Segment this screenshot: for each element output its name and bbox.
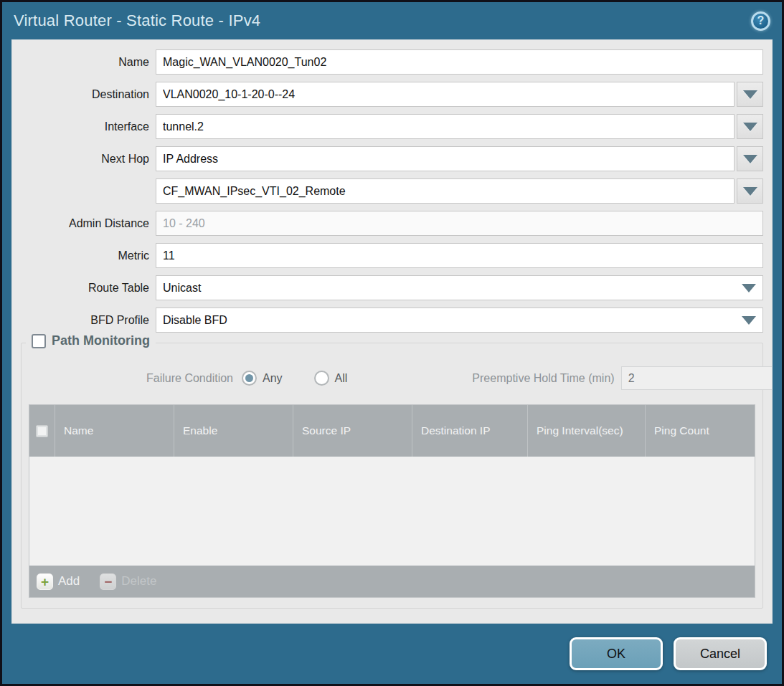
metric-input[interactable] bbox=[156, 243, 763, 268]
static-route-dialog: Virtual Router - Static Route - IPv4 ? N… bbox=[0, 0, 784, 686]
form-row-next-hop: Next Hop bbox=[12, 146, 763, 171]
failure-condition-label: Failure Condition bbox=[29, 372, 240, 385]
bfd-profile-label: BFD Profile bbox=[12, 314, 156, 327]
delete-minus-icon: − bbox=[100, 573, 116, 590]
dialog-footer: OK Cancel bbox=[2, 624, 782, 684]
add-plus-icon: + bbox=[37, 573, 53, 590]
route-table-label: Route Table bbox=[12, 282, 156, 295]
interface-dropdown-button[interactable] bbox=[737, 114, 763, 139]
dialog-title: Virtual Router - Static Route - IPv4 bbox=[14, 11, 260, 30]
path-monitoring-title: Path Monitoring bbox=[52, 333, 150, 348]
cancel-button[interactable]: Cancel bbox=[674, 637, 767, 670]
form-row-route-table: Route Table bbox=[12, 275, 763, 300]
select-all-checkbox[interactable] bbox=[36, 425, 48, 437]
delete-button[interactable]: − Delete bbox=[100, 573, 156, 590]
chevron-down-icon bbox=[743, 123, 757, 131]
table-header-row: Name Enable Source IP Destination IP Pin… bbox=[29, 405, 755, 457]
next-hop-address-input[interactable] bbox=[156, 178, 735, 204]
next-hop-label: Next Hop bbox=[12, 153, 156, 166]
name-label: Name bbox=[12, 56, 156, 69]
add-button[interactable]: + Add bbox=[37, 573, 80, 590]
path-monitoring-checkbox[interactable] bbox=[32, 334, 46, 348]
metric-label: Metric bbox=[12, 249, 156, 262]
form-row-interface: Interface bbox=[12, 114, 763, 139]
ok-button[interactable]: OK bbox=[570, 637, 663, 670]
radio-all-label: All bbox=[335, 372, 348, 385]
destination-dropdown-button[interactable] bbox=[737, 82, 763, 107]
form-row-admin-distance: Admin Distance bbox=[12, 211, 763, 236]
path-monitoring-table: Name Enable Source IP Destination IP Pin… bbox=[29, 404, 755, 598]
column-header-destination-ip[interactable]: Destination IP bbox=[412, 405, 528, 457]
destination-label: Destination bbox=[12, 88, 156, 101]
path-monitoring-legend: Path Monitoring bbox=[26, 333, 156, 348]
interface-input[interactable] bbox=[156, 114, 735, 139]
form-row-next-hop-address bbox=[12, 178, 763, 204]
admin-distance-label: Admin Distance bbox=[12, 217, 156, 230]
column-header-enable[interactable]: Enable bbox=[174, 405, 293, 457]
table-header-checkbox-cell bbox=[29, 405, 55, 457]
destination-input[interactable] bbox=[156, 82, 735, 107]
form-row-destination: Destination bbox=[12, 82, 763, 107]
form-row-name: Name bbox=[12, 49, 763, 75]
table-toolbar: + Add − Delete bbox=[29, 566, 755, 597]
delete-button-label: Delete bbox=[121, 574, 156, 589]
interface-label: Interface bbox=[12, 120, 156, 133]
route-table-select[interactable] bbox=[156, 275, 763, 300]
help-icon[interactable]: ? bbox=[751, 11, 770, 31]
radio-any[interactable] bbox=[242, 371, 257, 386]
radio-any-label: Any bbox=[263, 372, 283, 385]
chevron-down-icon bbox=[743, 155, 757, 163]
dialog-content: Name Destination Interface bbox=[11, 39, 773, 624]
column-header-ping-count[interactable]: Ping Count bbox=[646, 405, 755, 457]
radio-selected-dot bbox=[245, 374, 253, 382]
radio-all[interactable] bbox=[314, 371, 329, 386]
next-hop-type-input[interactable] bbox=[156, 146, 735, 171]
admin-distance-input[interactable] bbox=[156, 211, 763, 236]
bfd-profile-select[interactable] bbox=[156, 308, 763, 333]
chevron-down-icon bbox=[743, 187, 757, 196]
next-hop-type-dropdown-button[interactable] bbox=[737, 146, 763, 171]
name-input[interactable] bbox=[156, 49, 763, 75]
path-monitoring-section: Path Monitoring Failure Condition Any Al… bbox=[21, 343, 763, 609]
column-header-ping-interval[interactable]: Ping Interval(sec) bbox=[528, 405, 646, 457]
chevron-down-icon bbox=[743, 90, 757, 99]
table-body-empty bbox=[29, 457, 755, 566]
column-header-name[interactable]: Name bbox=[55, 405, 174, 457]
add-button-label: Add bbox=[58, 574, 80, 589]
failure-condition-row: Failure Condition Any All Preemptive Hol… bbox=[29, 366, 755, 390]
preemptive-hold-time-label: Preemptive Hold Time (min) bbox=[472, 372, 614, 385]
dialog-titlebar: Virtual Router - Static Route - IPv4 ? bbox=[2, 2, 782, 39]
form-row-metric: Metric bbox=[12, 243, 763, 268]
column-header-source-ip[interactable]: Source IP bbox=[293, 405, 412, 457]
next-hop-address-dropdown-button[interactable] bbox=[737, 178, 763, 204]
form-row-bfd-profile: BFD Profile bbox=[12, 308, 763, 333]
preemptive-hold-time-input[interactable] bbox=[621, 366, 773, 390]
